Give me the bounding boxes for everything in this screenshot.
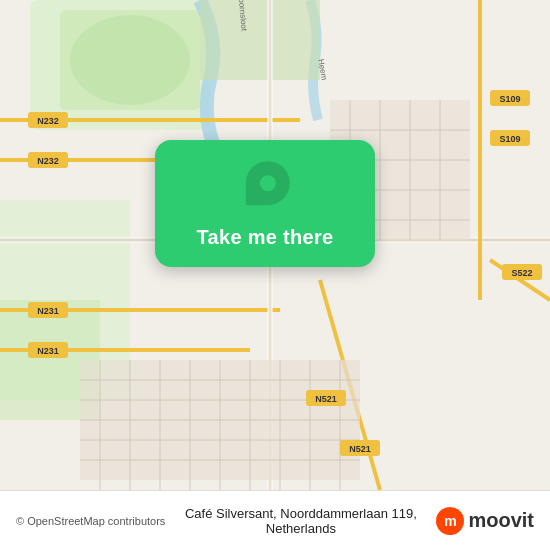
location-name: Café Silversant, Noorddammerlaan 119, Ne… (165, 506, 436, 536)
svg-rect-4 (200, 0, 320, 80)
moovit-logo: m moovit (436, 507, 534, 535)
take-me-card[interactable]: Take me there (155, 140, 375, 267)
svg-point-3 (70, 15, 190, 105)
svg-text:N231: N231 (37, 346, 59, 356)
svg-text:N521: N521 (349, 444, 371, 454)
take-me-there-label: Take me there (197, 226, 334, 249)
svg-text:S109: S109 (499, 134, 520, 144)
moovit-brand-text: moovit (468, 509, 534, 532)
map-attribution: © OpenStreetMap contributors (16, 515, 165, 527)
svg-text:N521: N521 (315, 394, 337, 404)
svg-text:N231: N231 (37, 306, 59, 316)
svg-text:N232: N232 (37, 116, 59, 126)
moovit-logo-icon: m (436, 507, 464, 535)
bottom-bar: © OpenStreetMap contributors Café Silver… (0, 490, 550, 550)
svg-text:S109: S109 (499, 94, 520, 104)
svg-text:S522: S522 (511, 268, 532, 278)
location-pin-wrapper (228, 149, 302, 223)
svg-text:N232: N232 (37, 156, 59, 166)
